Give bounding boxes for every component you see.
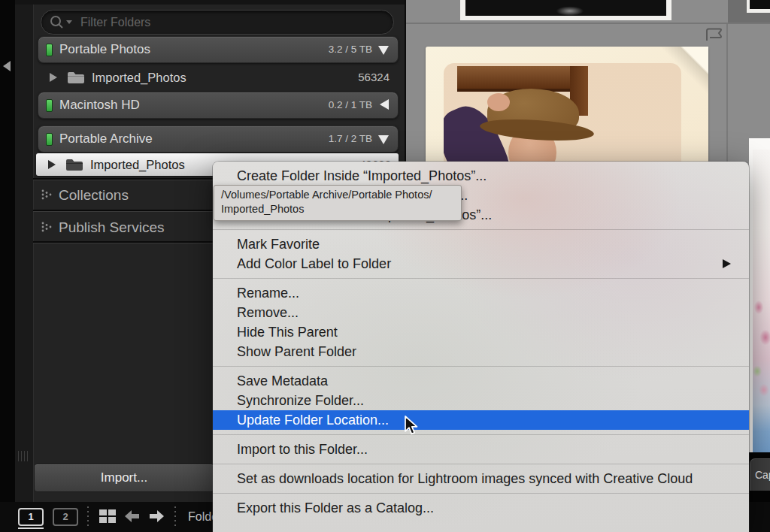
volume-status-led [46, 99, 53, 112]
toolbar-separator [87, 506, 89, 527]
folder-name: Imported_Photos [90, 153, 185, 176]
folder-row-imported-photos-1[interactable]: Imported_Photos 56324 [38, 66, 397, 89]
cell-label-text: Cap [755, 469, 770, 481]
disclosure-dots-icon[interactable] [41, 189, 53, 204]
filter-folders-search[interactable]: Filter Folders [41, 10, 394, 35]
menu-item-synchronize-folder[interactable]: Synchronize Folder... [213, 391, 749, 410]
panel-gutter [15, 0, 34, 502]
volume-name: Portable Photos [59, 37, 150, 62]
menu-item-mark-favorite[interactable]: Mark Favorite [213, 234, 749, 254]
secondary-display-label: 2 [62, 511, 68, 522]
volume-usage: 1.7 / 2 TB [329, 126, 372, 151]
primary-display-button[interactable]: 1 [18, 508, 44, 526]
menu-item-label: Import to this Folder... [237, 442, 368, 457]
menu-item-label: Update Folder Location... [237, 413, 389, 428]
volume-name: Macintosh HD [59, 92, 140, 117]
menu-separator [213, 464, 749, 464]
photo-thumbnail-top-right[interactable] [747, 0, 770, 13]
chevron-expanded-icon[interactable] [378, 46, 389, 55]
folder-path-tooltip: /Volumes/Portable Archive/Portable Photo… [214, 185, 462, 221]
panel-header-collections[interactable]: Collections [59, 180, 129, 210]
menu-item-save-metadata[interactable]: Save Metadata [213, 371, 749, 391]
volume-status-led [46, 133, 53, 146]
panel-top-edge [15, 0, 405, 5]
import-button[interactable]: Import... [34, 464, 214, 492]
flag-icon[interactable] [702, 25, 725, 44]
forward-arrow-icon[interactable] [147, 509, 165, 524]
photo-shelf-shape [457, 66, 587, 92]
search-placeholder: Filter Folders [80, 11, 150, 34]
folder-twisty-icon[interactable] [48, 160, 56, 169]
menu-item-label: Export this Folder as a Catalog... [237, 500, 434, 515]
menu-item-export-as-catalog[interactable]: Export this Folder as a Catalog... [213, 498, 749, 518]
tooltip-path-line1: /Volumes/Portable Archive/Portable Photo… [221, 188, 454, 202]
volume-status-led [46, 44, 53, 56]
menu-item-label: Mark Favorite [237, 237, 320, 252]
menu-item-label: Save Metadata [237, 373, 328, 388]
lightroom-window: Cap Filter Folders Portable Photos 3.2 /… [0, 0, 770, 532]
search-icon [50, 15, 75, 29]
secondary-display-button[interactable]: 2 [53, 508, 78, 526]
collapse-arrow-icon[interactable] [3, 61, 11, 71]
folder-twisty-icon[interactable] [50, 73, 57, 82]
chevron-expanded-icon[interactable] [378, 135, 389, 144]
primary-display-active-indicator [18, 527, 44, 529]
panel-collapse-rail[interactable] [0, 0, 15, 532]
chevron-down-icon [66, 20, 72, 24]
volume-row-macintosh-hd[interactable]: Macintosh HD 0.2 / 1 TB [38, 92, 399, 119]
volume-row-portable-photos[interactable]: Portable Photos 3.2 / 5 TB [38, 36, 399, 63]
toolbar-separator [174, 506, 176, 527]
volume-row-portable-archive[interactable]: Portable Archive 1.7 / 2 TB [38, 125, 399, 153]
menu-item-label: Show Parent Folder [237, 344, 356, 359]
submenu-arrow-icon [723, 259, 731, 268]
menu-separator [213, 434, 749, 435]
menu-item-label: Remove... [237, 305, 299, 320]
menu-item-add-color-label[interactable]: Add Color Label to Folder [213, 254, 749, 274]
photo-thumbnail-top[interactable] [460, 0, 671, 20]
menu-separator [213, 229, 749, 230]
grid-cell-label-partial[interactable]: Cap [750, 458, 770, 491]
menu-item-import-to-this-folder[interactable]: Import to this Folder... [213, 440, 749, 459]
menu-item-hide-this-parent[interactable]: Hide This Parent [213, 322, 749, 342]
menu-item-create-folder-inside[interactable]: Create Folder Inside “Imported_Photos”..… [213, 166, 749, 186]
folder-photo-count: 56324 [358, 66, 390, 89]
menu-item-remove[interactable]: Remove... [213, 303, 749, 322]
folder-icon [65, 157, 84, 172]
grid-row-divider [405, 23, 770, 24]
mouse-cursor [402, 415, 422, 436]
disclosure-dots-icon[interactable] [41, 221, 53, 236]
panel-grip-texture [18, 451, 29, 461]
primary-display-label: 1 [28, 511, 33, 522]
panel-header-publish-services[interactable]: Publish Services [59, 213, 164, 243]
photo-thumbnail-flowers-partial[interactable] [749, 138, 770, 453]
menu-item-label: Add Color Label to Folder [237, 256, 391, 271]
menu-item-label: Synchronize Folder... [237, 393, 364, 408]
menu-item-show-parent-folder[interactable]: Show Parent Folder [213, 342, 749, 361]
volume-name: Portable Archive [59, 126, 153, 151]
menu-item-label: Hide This Parent [237, 325, 338, 340]
volume-usage: 0.2 / 1 TB [329, 92, 372, 117]
menu-item-rename[interactable]: Rename... [213, 283, 749, 303]
folder-name: Imported_Photos [92, 66, 186, 89]
folder-icon [66, 70, 86, 85]
back-arrow-icon[interactable] [123, 509, 141, 524]
photo-hand-shape [487, 93, 510, 111]
menu-separator [213, 278, 749, 279]
menu-item-update-folder-location[interactable]: Update Folder Location... [213, 410, 749, 430]
menu-item-label: Create Folder Inside “Imported_Photos”..… [237, 168, 487, 183]
menu-item-set-downloads-location[interactable]: Set as downloads location for Lightroom … [213, 469, 749, 488]
grid-view-icon[interactable] [99, 509, 107, 515]
menu-item-label: Rename... [237, 286, 299, 301]
tooltip-path-line2: Imported_Photos [221, 202, 454, 216]
menu-separator [213, 366, 749, 367]
chevron-collapsed-icon[interactable] [380, 99, 389, 110]
menu-item-label: Set as downloads location for Lightroom … [237, 471, 693, 486]
volume-usage: 3.2 / 5 TB [329, 37, 372, 62]
menu-separator [213, 493, 749, 494]
